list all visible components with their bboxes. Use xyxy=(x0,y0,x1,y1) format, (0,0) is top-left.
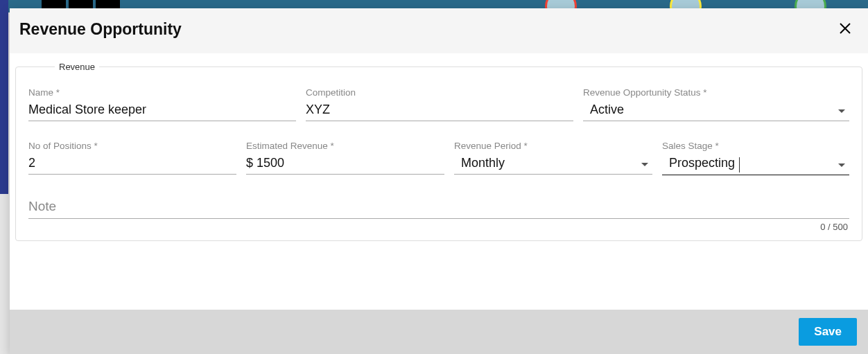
revenue-fieldset: Revenue Name * Competition Revenue Oppor… xyxy=(15,62,862,241)
status-value: Active xyxy=(583,100,849,121)
period-value: Monthly xyxy=(454,154,652,175)
positions-label: No of Positions * xyxy=(28,141,236,151)
chevron-down-icon xyxy=(838,109,845,113)
sales-value-text: Prospecting xyxy=(669,156,735,170)
sales-field-wrapper: Sales Stage * Prospecting xyxy=(662,141,849,175)
sales-label: Sales Stage * xyxy=(662,141,849,151)
name-field-wrapper: Name * xyxy=(28,87,296,121)
period-select[interactable]: Monthly xyxy=(454,154,652,175)
note-field-wrapper: Note xyxy=(28,195,849,219)
note-input[interactable]: Note xyxy=(28,195,849,219)
chevron-down-icon xyxy=(838,163,845,167)
form-row-2: No of Positions * Estimated Revenue * Re… xyxy=(28,141,849,175)
competition-field-wrapper: Competition xyxy=(306,87,573,121)
competition-input[interactable] xyxy=(306,100,573,121)
form-row-note: Note xyxy=(28,195,849,219)
status-label: Revenue Opportunity Status * xyxy=(583,87,849,98)
dialog-title: Revenue Opportunity xyxy=(19,20,182,39)
revenue-opportunity-dialog: Revenue Opportunity Revenue Name * Compe… xyxy=(10,8,868,354)
status-select[interactable]: Active xyxy=(583,100,849,121)
period-label: Revenue Period * xyxy=(454,141,652,151)
close-icon xyxy=(839,22,851,35)
fieldset-legend: Revenue xyxy=(55,62,99,72)
sales-value: Prospecting xyxy=(662,154,849,175)
dialog-footer: Save xyxy=(10,310,868,354)
period-field-wrapper: Revenue Period * Monthly xyxy=(454,141,652,175)
sales-select[interactable]: Prospecting xyxy=(662,154,849,175)
text-cursor xyxy=(739,157,740,172)
dialog-body: Revenue Name * Competition Revenue Oppor… xyxy=(10,53,868,310)
positions-field-wrapper: No of Positions * xyxy=(28,141,236,175)
name-input[interactable] xyxy=(28,100,296,121)
name-label: Name * xyxy=(28,87,296,98)
dialog-header: Revenue Opportunity xyxy=(10,8,868,53)
backdrop-sidebar xyxy=(0,0,8,194)
estimated-input[interactable] xyxy=(246,154,444,175)
chevron-down-icon xyxy=(641,163,648,166)
form-row-1: Name * Competition Revenue Opportunity S… xyxy=(28,87,849,121)
save-button[interactable]: Save xyxy=(799,318,857,346)
note-counter: 0 / 500 xyxy=(28,222,849,232)
positions-input[interactable] xyxy=(28,154,236,175)
close-button[interactable] xyxy=(836,19,854,39)
status-field-wrapper: Revenue Opportunity Status * Active xyxy=(583,87,849,121)
competition-label: Competition xyxy=(306,87,573,98)
estimated-label: Estimated Revenue * xyxy=(246,141,444,151)
estimated-field-wrapper: Estimated Revenue * xyxy=(246,141,444,175)
